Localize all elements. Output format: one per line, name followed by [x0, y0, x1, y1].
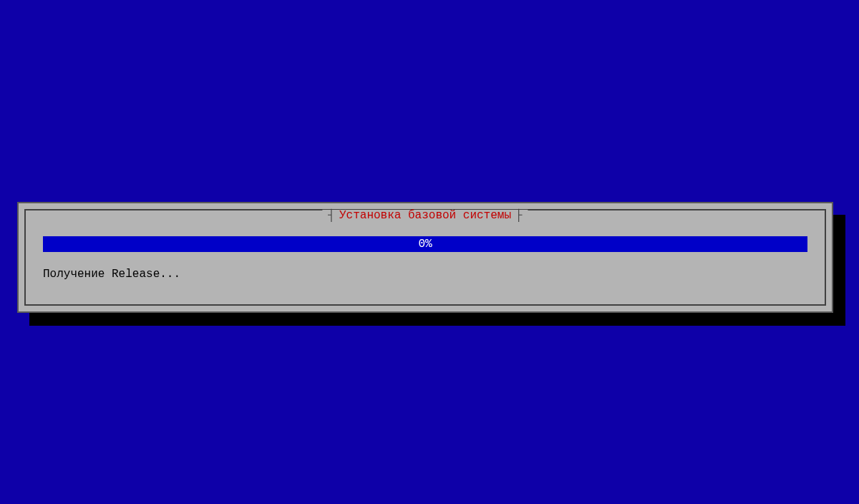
dialog-border: ┤ Установка базовой системы ├ 0% Получен… — [24, 209, 826, 306]
status-text: Получение Release... — [43, 268, 180, 281]
progress-bar: 0% — [43, 236, 807, 252]
installer-dialog: ┤ Установка базовой системы ├ 0% Получен… — [17, 202, 833, 313]
title-bracket-right: ├ — [515, 210, 523, 221]
dialog-title-wrap: ┤ Установка базовой системы ├ — [322, 210, 528, 221]
title-bracket-left: ┤ — [328, 210, 335, 221]
dialog-title: Установка базовой системы — [339, 210, 511, 221]
progress-percent: 0% — [418, 238, 432, 251]
